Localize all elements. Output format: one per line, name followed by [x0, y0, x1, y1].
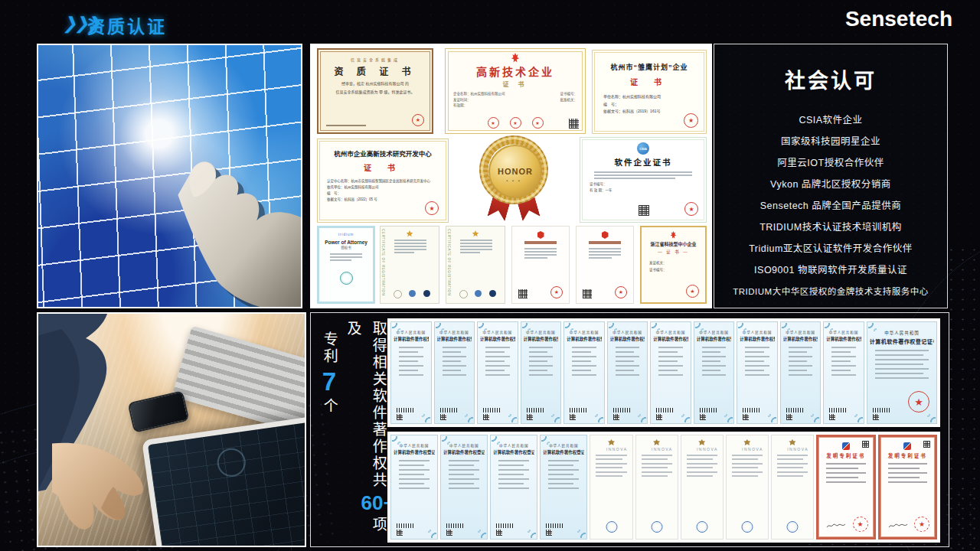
corner-ornament [528, 530, 536, 538]
seal-icon [409, 290, 416, 297]
cert-title-line [589, 241, 620, 244]
cert-registration-iso: CERTIFICATE OF REGISTRATION [446, 226, 505, 304]
text-line [642, 471, 672, 473]
qr-code [923, 441, 930, 448]
text-line [449, 483, 474, 484]
medal-label: HONOR [498, 167, 533, 176]
red-seal-icon: ★ [908, 391, 929, 412]
qr-code [786, 414, 792, 420]
cert-title: 杭州市企业高新技术研究开发中心 [318, 148, 448, 158]
cert-rnd-center: 杭州市企业高新技术研究开发中心 证 书 认定中心名称：杭州市实想科技智慧园区企业… [317, 139, 449, 223]
text-line [529, 356, 554, 357]
text-line [702, 370, 721, 371]
text-line [399, 347, 423, 348]
corner-ornament [565, 323, 573, 331]
cert-paragraph [884, 463, 933, 483]
cert-paragraph [437, 347, 472, 376]
text-line [687, 467, 713, 468]
innova-label: INNOVA [684, 447, 718, 452]
text-line [658, 347, 683, 348]
text-line [616, 360, 635, 362]
text-line [789, 360, 808, 362]
cert-title: 计算机软件著作权登记证书 [437, 336, 472, 342]
tridium-brand: tridium [319, 233, 373, 236]
gold-emblem-icon [472, 230, 479, 237]
barcode [527, 408, 544, 412]
qr-code [440, 414, 446, 420]
text-line [524, 257, 547, 259]
text-line [548, 474, 573, 475]
software-copyright-certificate: 中华人民共和国 计算机软件著作权登记证书 [540, 435, 587, 540]
corner-ornament [436, 323, 444, 331]
text-line [642, 463, 672, 465]
text-line [826, 472, 866, 474]
software-copyright-certificate: 中华人民共和国 计算机软件著作权登记证书 ★ [737, 321, 778, 424]
cert-fields: 发证机关： 证书编号： [649, 259, 705, 273]
cert-paragraph [774, 455, 811, 478]
text-line [449, 460, 479, 461]
text-line [394, 240, 426, 241]
text-line [875, 359, 929, 360]
honor-medal: HONOR • • • [472, 135, 555, 224]
software-copyright-certificate: 中华人民共和国 计算机软件著作权登记证书 ★ [477, 321, 518, 424]
cert-power-of-attorney: tridium Power of Attorney 授权书 [317, 226, 375, 304]
corner-ornament [465, 414, 473, 422]
text-line [888, 477, 920, 478]
cert-subtitle: 证 书 [318, 161, 448, 173]
cert-paragraph [826, 347, 861, 376]
crest-icon [608, 439, 615, 445]
qr-code [446, 530, 452, 536]
red-seal-icon: ★ [412, 114, 424, 126]
corner-ornament [392, 323, 400, 331]
text-line [485, 374, 510, 376]
text-line [616, 370, 635, 371]
software-copyright-certificate: 中华人民共和国 计算机软件著作权登记证书 ★ [650, 321, 691, 424]
slide-qualification-certification: ❯❯❯ 资质认证 Sensetech 信息安全系统集成 资 质 证 书 经审查，… [0, 0, 980, 551]
text-line [875, 368, 929, 370]
barcode [743, 408, 760, 412]
red-seal-icon: ★ [425, 201, 439, 215]
text-line [449, 487, 479, 489]
cert-fields-right: 证书编号： 批准机关： [560, 91, 578, 109]
text-line [485, 356, 510, 357]
corner-ornament [442, 436, 450, 445]
text-line [826, 477, 858, 478]
text-line [777, 463, 808, 465]
cert-paragraph [610, 347, 645, 376]
cert-paragraph [493, 460, 534, 489]
text-line [732, 455, 763, 456]
corner-ornament [811, 414, 819, 422]
text-line [529, 360, 548, 362]
text-line [831, 351, 851, 353]
recognition-item: TRIDIUM大中华区授权的金牌技术支持服务中心 [714, 281, 947, 302]
cnipa-logo-icon [903, 442, 911, 450]
text-line [596, 458, 622, 460]
corner-ornament [638, 414, 646, 422]
cert-software-enterprise: CSIA 软件企业证书 证书编号： 有 效 期：一年 ★ [580, 137, 707, 223]
text-line [777, 458, 803, 460]
cert-title: 计算机软件著作权登记证书 [480, 336, 515, 342]
qr-code [613, 414, 619, 420]
text-line [548, 478, 579, 480]
patent-cert-group: 发明专利证书 ★ 发明专利证书 [816, 435, 937, 540]
cert-paragraph [783, 347, 818, 376]
recognition-item: Tridium亚太区认证软件开发合作伙伴 [714, 238, 947, 259]
qr-code [656, 414, 662, 420]
text-line [529, 374, 554, 376]
national-emblem-icon [602, 231, 609, 239]
cert-eagle-plan-enterprise: 杭州市“雏鹰计划”企业 证 书 单位名称：杭州实想科技有限公司 编 号： 依据文… [592, 50, 707, 134]
innova-certificate: INNOVA [635, 435, 678, 540]
text-line [658, 351, 678, 353]
corner-ornament [738, 323, 746, 331]
text-line [449, 474, 474, 475]
text-line [572, 365, 596, 367]
teal-seal-icon [340, 272, 353, 285]
cert-field: 企业名称：杭州实想科技有限公司 [453, 91, 505, 97]
text-line [399, 465, 424, 466]
text-line [529, 365, 554, 367]
corner-ornament [428, 530, 436, 538]
text-line [399, 478, 430, 480]
caption-text: 专利 [322, 331, 338, 365]
barcode [829, 408, 846, 412]
particle-wave-right [946, 245, 980, 551]
